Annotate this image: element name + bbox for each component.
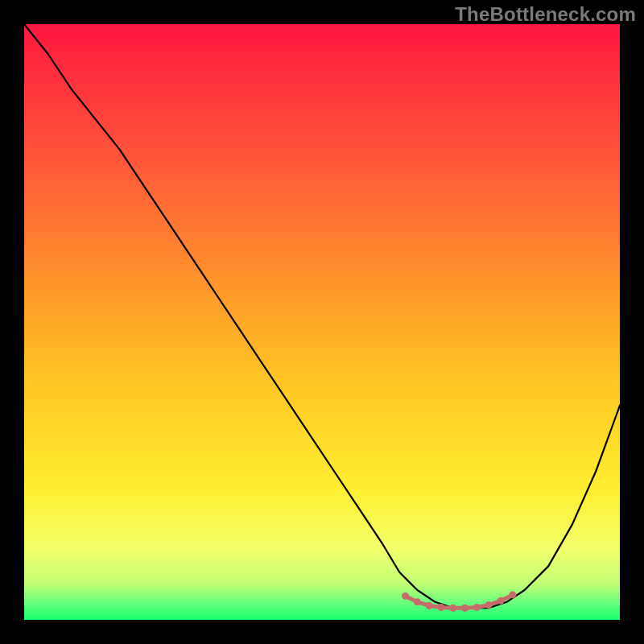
chart-plot-area [24,24,620,620]
chart-background [24,24,620,620]
chart-frame: TheBottleneck.com [0,0,644,644]
chart-svg [24,24,620,620]
optimal-dot [509,591,516,598]
watermark-label: TheBottleneck.com [455,3,636,26]
